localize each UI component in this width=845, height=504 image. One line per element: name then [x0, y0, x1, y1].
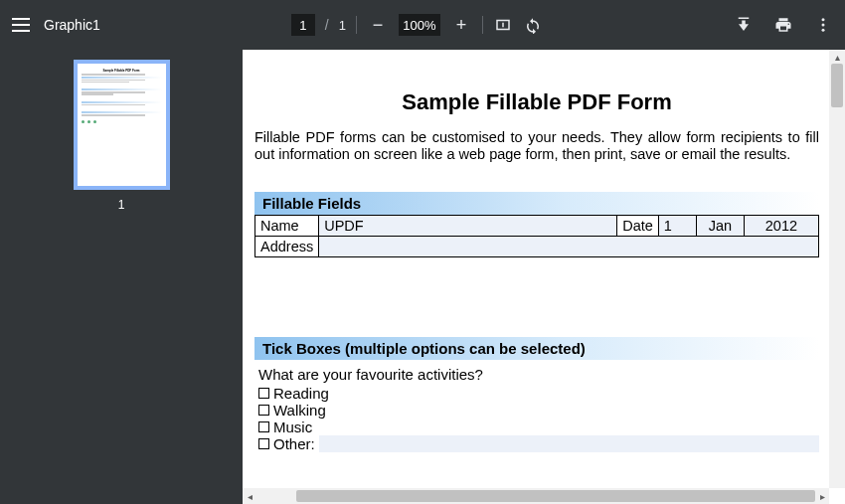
date-month-field[interactable]: Jan	[696, 216, 744, 237]
address-label: Address	[255, 237, 319, 257]
download-icon[interactable]	[734, 15, 754, 35]
option-label: Walking	[273, 402, 326, 419]
vertical-scroll-thumb[interactable]	[831, 64, 843, 107]
zoom-out-button[interactable]: −	[367, 14, 389, 36]
option-other[interactable]: Other:	[258, 435, 819, 452]
option-label: Reading	[273, 385, 329, 402]
checkbox-icon[interactable]	[258, 438, 269, 449]
document-title: Graphic1	[44, 17, 100, 33]
horizontal-scroll-thumb[interactable]	[296, 490, 815, 502]
pdf-page: Sample Fillable PDF Form Fillable PDF fo…	[243, 50, 829, 488]
rotate-icon[interactable]	[523, 15, 543, 35]
other-label: Other:	[273, 435, 315, 452]
other-field[interactable]	[319, 435, 819, 452]
thumbnail-sidebar: Sample Fillable PDF Form 1	[0, 50, 243, 504]
page-thumbnail[interactable]: Sample Fillable PDF Form	[74, 60, 170, 190]
name-field[interactable]: UPDF	[319, 216, 617, 237]
date-day-field[interactable]: 1	[658, 216, 696, 237]
fields-table: Name UPDF Date 1 Jan 2012 Address	[254, 215, 819, 257]
checkbox-icon[interactable]	[258, 388, 269, 399]
name-label: Name	[255, 216, 319, 237]
horizontal-scrollbar[interactable]: ◂ ▸	[243, 488, 829, 504]
form-intro: Fillable PDF forms can be customised to …	[254, 129, 819, 162]
option-label: Music	[273, 419, 312, 435]
address-field[interactable]	[319, 237, 819, 257]
scroll-left-arrow[interactable]: ◂	[243, 488, 256, 504]
page-number-input[interactable]	[291, 14, 315, 36]
option-reading[interactable]: Reading	[258, 385, 819, 402]
page-total: 1	[339, 18, 346, 33]
divider	[356, 16, 357, 34]
zoom-level[interactable]: 100%	[399, 14, 440, 36]
option-walking[interactable]: Walking	[258, 402, 819, 419]
page-separator: /	[325, 17, 329, 33]
checkbox-icon[interactable]	[258, 421, 269, 432]
zoom-in-button[interactable]: +	[450, 14, 472, 36]
option-music[interactable]: Music	[258, 419, 819, 435]
menu-icon[interactable]	[12, 18, 30, 32]
section-fillable-fields: Fillable Fields	[254, 192, 819, 215]
document-viewport: Sample Fillable PDF Form Fillable PDF fo…	[243, 50, 845, 504]
divider	[482, 16, 483, 34]
scroll-right-arrow[interactable]: ▸	[815, 488, 829, 504]
activities-options: Reading Walking Music Other:	[258, 385, 819, 452]
form-title: Sample Fillable PDF Form	[254, 89, 819, 115]
activities-question: What are your favourite activities?	[258, 366, 815, 383]
svg-point-2	[822, 29, 825, 32]
svg-point-0	[822, 18, 825, 21]
print-icon[interactable]	[773, 15, 793, 35]
date-year-field[interactable]: 2012	[744, 216, 818, 237]
pdf-toolbar: Graphic1 / 1 − 100% +	[0, 0, 845, 50]
date-label: Date	[617, 216, 659, 237]
fit-page-icon[interactable]	[493, 15, 513, 35]
vertical-scrollbar[interactable]: ▴	[829, 50, 845, 488]
scroll-up-arrow[interactable]: ▴	[829, 50, 845, 64]
more-icon[interactable]	[813, 15, 833, 35]
section-tick-boxes: Tick Boxes (multiple options can be sele…	[254, 337, 819, 360]
thumbnail-number: 1	[118, 198, 125, 212]
checkbox-icon[interactable]	[258, 405, 269, 416]
svg-point-1	[822, 24, 825, 27]
main-area: Sample Fillable PDF Form 1 Sample Fillab…	[0, 50, 845, 504]
